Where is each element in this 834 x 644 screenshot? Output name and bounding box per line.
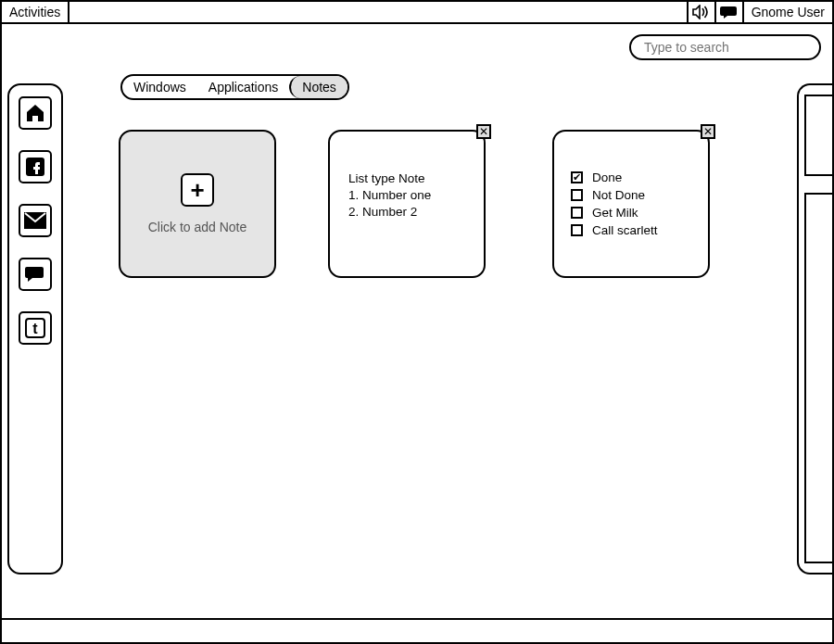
checklist-item[interactable]: Get Milk [571,206,691,220]
volume-icon[interactable] [687,2,714,22]
checklist-item[interactable]: Call scarlett [571,223,691,237]
view-tabs: Windows Applications Notes [120,74,349,100]
checklist-label: Get Milk [592,206,638,220]
checkbox-icon[interactable] [571,189,583,201]
note-list-item: 2. Number 2 [348,204,465,221]
plus-icon: + [181,173,214,207]
chat-status-icon[interactable] [714,2,742,22]
dock-chat-icon[interactable] [19,258,52,291]
search-area [629,34,821,60]
add-note-card[interactable]: + Click to add Note [119,130,276,278]
svg-text:t: t [32,321,38,336]
checkbox-icon[interactable] [571,207,583,219]
dock-twitter-icon[interactable]: t [19,311,52,345]
activities-button[interactable]: Activities [2,2,70,22]
checkbox-icon[interactable] [571,224,583,236]
checklist-label: Done [592,170,622,184]
dock-facebook-icon[interactable] [19,150,52,183]
checklist-label: Call scarlett [592,223,658,237]
note-title: List type Note [348,170,465,187]
checklist-item[interactable]: ✔ Done [571,170,691,184]
top-bar: Activities Gnome User [2,2,832,24]
dock: t [7,83,63,575]
checklist-label: Not Done [592,188,645,202]
dock-mail-icon[interactable] [19,204,52,237]
tab-notes[interactable]: Notes [289,76,348,98]
close-icon[interactable]: ✕ [701,124,715,139]
tab-windows[interactable]: Windows [122,76,197,98]
workspace-thumbnail[interactable] [804,95,834,176]
workspace-switcher [797,83,832,575]
search-input[interactable] [629,34,821,60]
note-card[interactable]: ✕ ✔ Done Not Done Get Milk Call scarlett [552,130,710,278]
add-note-caption: Click to add Note [148,220,247,234]
note-list-item: 1. Number one [348,187,465,204]
note-card[interactable]: ✕ List type Note 1. Number one 2. Number… [328,130,486,278]
bottom-bar [2,618,832,642]
close-icon[interactable]: ✕ [476,124,491,139]
tab-applications[interactable]: Applications [197,76,290,98]
dock-home-icon[interactable] [19,96,52,130]
workspace-thumbnail[interactable] [804,193,834,563]
checklist-item[interactable]: Not Done [571,188,691,202]
user-menu[interactable]: Gnome User [742,2,832,22]
checkbox-checked-icon[interactable]: ✔ [571,171,583,183]
